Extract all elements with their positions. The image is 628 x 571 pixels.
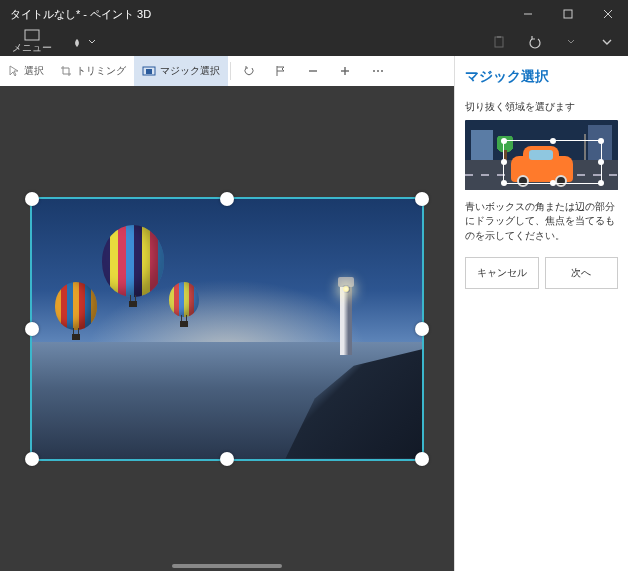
panel-buttons: キャンセル 次へ — [465, 257, 618, 289]
brush-icon — [70, 35, 84, 49]
zoom-out-button[interactable] — [297, 56, 329, 86]
photo-content — [32, 199, 422, 459]
rotate-button[interactable] — [233, 56, 265, 86]
history-dropdown[interactable] — [556, 28, 586, 56]
titlebar: タイトルなし* - ペイント 3D — [0, 0, 628, 28]
undo-icon — [528, 35, 542, 49]
menu-icon — [24, 29, 40, 41]
rotate-icon — [243, 65, 255, 77]
menu-label: メニュー — [12, 41, 52, 55]
svg-rect-5 — [495, 37, 503, 47]
minus-icon — [307, 65, 319, 77]
menubar: メニュー — [0, 28, 628, 56]
zoom-in-button[interactable] — [329, 56, 361, 86]
flag-icon — [275, 65, 287, 77]
toolbar-divider — [230, 62, 231, 80]
magic-select-tool[interactable]: マジック選択 — [134, 56, 228, 86]
more-button[interactable] — [361, 56, 395, 86]
brush-menu[interactable] — [64, 35, 102, 49]
magic-select-label: マジック選択 — [160, 64, 220, 78]
secondary-toolbar: 選択 トリミング マジック選択 — [0, 56, 454, 86]
svg-rect-8 — [146, 69, 152, 74]
app-window: タイトルなし* - ペイント 3D メニュー 選択 — [0, 0, 628, 571]
content-area: 選択 トリミング マジック選択 — [0, 56, 628, 571]
chevron-down-icon — [567, 38, 575, 46]
clipboard-icon — [492, 35, 506, 49]
plus-icon — [339, 65, 351, 77]
svg-rect-1 — [564, 10, 572, 18]
crop-tool[interactable]: トリミング — [52, 56, 134, 86]
chevron-down-large-icon — [600, 35, 614, 49]
panel-subtitle: 切り抜く領域を選びます — [465, 100, 618, 114]
crop-icon — [60, 65, 72, 77]
expand-button[interactable] — [592, 28, 622, 56]
menu-button[interactable]: メニュー — [6, 29, 58, 55]
resize-handle-e[interactable] — [415, 322, 429, 336]
panel-title: マジック選択 — [465, 68, 618, 86]
panel-illustration — [465, 120, 618, 190]
resize-handle-s[interactable] — [220, 452, 234, 466]
svg-point-14 — [381, 70, 383, 72]
select-tool[interactable]: 選択 — [0, 56, 52, 86]
resize-handle-sw[interactable] — [25, 452, 39, 466]
maximize-button[interactable] — [548, 0, 588, 28]
side-panel: マジック選択 切り抜く領域を選びます 青いボックスの角または辺の部分にドラッグし… — [454, 56, 628, 571]
svg-rect-4 — [25, 30, 39, 40]
paste-button[interactable] — [484, 28, 514, 56]
next-button[interactable]: 次へ — [545, 257, 619, 289]
select-label: 選択 — [24, 64, 44, 78]
cancel-button[interactable]: キャンセル — [465, 257, 539, 289]
svg-point-12 — [373, 70, 375, 72]
minimize-button[interactable] — [508, 0, 548, 28]
resize-handle-ne[interactable] — [415, 192, 429, 206]
resize-handle-n[interactable] — [220, 192, 234, 206]
svg-rect-6 — [497, 36, 501, 38]
window-title: タイトルなし* - ペイント 3D — [0, 7, 508, 22]
resize-handle-se[interactable] — [415, 452, 429, 466]
crop-label: トリミング — [76, 64, 126, 78]
chevron-down-icon — [88, 38, 96, 46]
panel-description: 青いボックスの角または辺の部分にドラッグして、焦点を当てるものを示してください。 — [465, 200, 618, 243]
cursor-icon — [8, 65, 20, 77]
flip-button[interactable] — [265, 56, 297, 86]
resize-handle-w[interactable] — [25, 322, 39, 336]
bottom-scrollbar[interactable] — [172, 564, 282, 568]
magic-select-icon — [142, 65, 156, 77]
resize-handle-nw[interactable] — [25, 192, 39, 206]
canvas-image[interactable] — [32, 199, 422, 459]
svg-point-13 — [377, 70, 379, 72]
left-column: 選択 トリミング マジック選択 — [0, 56, 454, 571]
ellipsis-icon — [371, 65, 385, 77]
undo-button[interactable] — [520, 28, 550, 56]
close-button[interactable] — [588, 0, 628, 28]
canvas-area[interactable] — [0, 86, 454, 571]
